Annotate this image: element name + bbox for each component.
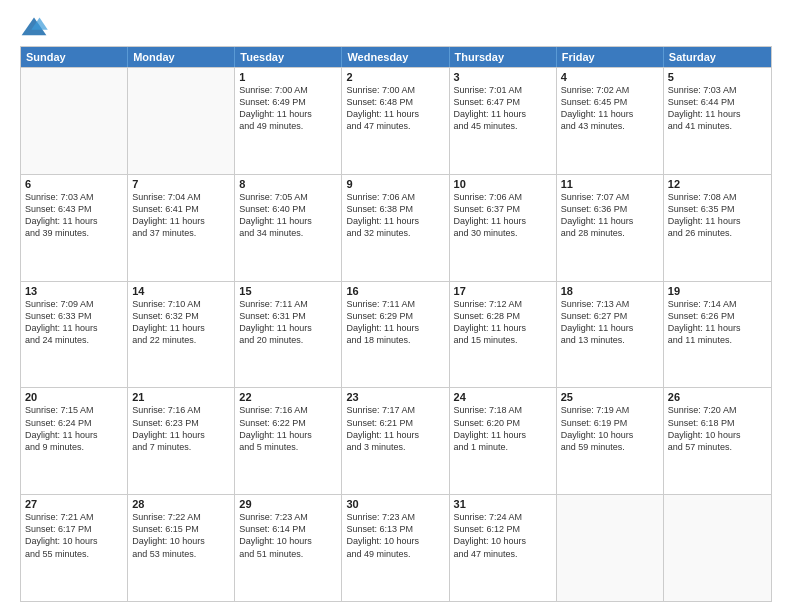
header [20, 16, 772, 38]
daylight-line1: Daylight: 10 hours [454, 535, 552, 547]
daylight-line1: Daylight: 11 hours [239, 429, 337, 441]
daylight-line1: Daylight: 11 hours [239, 322, 337, 334]
daylight-line2: and 20 minutes. [239, 334, 337, 346]
daylight-line2: and 59 minutes. [561, 441, 659, 453]
sunset: Sunset: 6:24 PM [25, 417, 123, 429]
daylight-line1: Daylight: 11 hours [132, 322, 230, 334]
cal-cell: 27Sunrise: 7:21 AMSunset: 6:17 PMDayligh… [21, 495, 128, 601]
calendar-body: 1Sunrise: 7:00 AMSunset: 6:49 PMDaylight… [21, 67, 771, 601]
sunrise: Sunrise: 7:23 AM [239, 511, 337, 523]
daylight-line1: Daylight: 11 hours [454, 429, 552, 441]
sunset: Sunset: 6:21 PM [346, 417, 444, 429]
sunrise: Sunrise: 7:00 AM [239, 84, 337, 96]
cal-cell: 8Sunrise: 7:05 AMSunset: 6:40 PMDaylight… [235, 175, 342, 281]
daylight-line2: and 37 minutes. [132, 227, 230, 239]
daylight-line2: and 15 minutes. [454, 334, 552, 346]
day-number: 30 [346, 498, 444, 510]
sunrise: Sunrise: 7:06 AM [454, 191, 552, 203]
day-number: 17 [454, 285, 552, 297]
sunrise: Sunrise: 7:16 AM [239, 404, 337, 416]
cal-cell: 4Sunrise: 7:02 AMSunset: 6:45 PMDaylight… [557, 68, 664, 174]
sunrise: Sunrise: 7:18 AM [454, 404, 552, 416]
daylight-line1: Daylight: 11 hours [346, 322, 444, 334]
sunrise: Sunrise: 7:22 AM [132, 511, 230, 523]
day-number: 4 [561, 71, 659, 83]
sunrise: Sunrise: 7:01 AM [454, 84, 552, 96]
daylight-line1: Daylight: 10 hours [668, 429, 767, 441]
cal-cell: 22Sunrise: 7:16 AMSunset: 6:22 PMDayligh… [235, 388, 342, 494]
daylight-line1: Daylight: 11 hours [454, 322, 552, 334]
cal-cell: 12Sunrise: 7:08 AMSunset: 6:35 PMDayligh… [664, 175, 771, 281]
sunset: Sunset: 6:32 PM [132, 310, 230, 322]
sunrise: Sunrise: 7:21 AM [25, 511, 123, 523]
cal-cell: 11Sunrise: 7:07 AMSunset: 6:36 PMDayligh… [557, 175, 664, 281]
daylight-line1: Daylight: 10 hours [25, 535, 123, 547]
cal-cell: 13Sunrise: 7:09 AMSunset: 6:33 PMDayligh… [21, 282, 128, 388]
cal-cell: 20Sunrise: 7:15 AMSunset: 6:24 PMDayligh… [21, 388, 128, 494]
cal-cell: 25Sunrise: 7:19 AMSunset: 6:19 PMDayligh… [557, 388, 664, 494]
sunrise: Sunrise: 7:20 AM [668, 404, 767, 416]
day-number: 6 [25, 178, 123, 190]
sunrise: Sunrise: 7:00 AM [346, 84, 444, 96]
cal-cell: 9Sunrise: 7:06 AMSunset: 6:38 PMDaylight… [342, 175, 449, 281]
daylight-line2: and 47 minutes. [346, 120, 444, 132]
day-number: 14 [132, 285, 230, 297]
day-number: 5 [668, 71, 767, 83]
cal-cell: 31Sunrise: 7:24 AMSunset: 6:12 PMDayligh… [450, 495, 557, 601]
daylight-line2: and 22 minutes. [132, 334, 230, 346]
day-number: 22 [239, 391, 337, 403]
logo [20, 16, 52, 38]
cal-cell: 21Sunrise: 7:16 AMSunset: 6:23 PMDayligh… [128, 388, 235, 494]
sunset: Sunset: 6:18 PM [668, 417, 767, 429]
cal-cell: 14Sunrise: 7:10 AMSunset: 6:32 PMDayligh… [128, 282, 235, 388]
sunset: Sunset: 6:12 PM [454, 523, 552, 535]
daylight-line1: Daylight: 11 hours [346, 429, 444, 441]
daylight-line2: and 49 minutes. [346, 548, 444, 560]
day-number: 16 [346, 285, 444, 297]
day-number: 18 [561, 285, 659, 297]
daylight-line1: Daylight: 11 hours [561, 108, 659, 120]
page: SundayMondayTuesdayWednesdayThursdayFrid… [0, 0, 792, 612]
cal-cell: 6Sunrise: 7:03 AMSunset: 6:43 PMDaylight… [21, 175, 128, 281]
cal-cell: 5Sunrise: 7:03 AMSunset: 6:44 PMDaylight… [664, 68, 771, 174]
sunrise: Sunrise: 7:10 AM [132, 298, 230, 310]
daylight-line2: and 30 minutes. [454, 227, 552, 239]
cal-cell: 26Sunrise: 7:20 AMSunset: 6:18 PMDayligh… [664, 388, 771, 494]
sunset: Sunset: 6:38 PM [346, 203, 444, 215]
day-number: 27 [25, 498, 123, 510]
sunrise: Sunrise: 7:16 AM [132, 404, 230, 416]
sunrise: Sunrise: 7:15 AM [25, 404, 123, 416]
daylight-line2: and 3 minutes. [346, 441, 444, 453]
daylight-line1: Daylight: 11 hours [346, 215, 444, 227]
daylight-line1: Daylight: 11 hours [239, 215, 337, 227]
cal-cell: 29Sunrise: 7:23 AMSunset: 6:14 PMDayligh… [235, 495, 342, 601]
sunset: Sunset: 6:29 PM [346, 310, 444, 322]
daylight-line2: and 51 minutes. [239, 548, 337, 560]
sunset: Sunset: 6:45 PM [561, 96, 659, 108]
daylight-line1: Daylight: 11 hours [132, 429, 230, 441]
week-row-5: 27Sunrise: 7:21 AMSunset: 6:17 PMDayligh… [21, 494, 771, 601]
cal-cell [664, 495, 771, 601]
daylight-line2: and 55 minutes. [25, 548, 123, 560]
daylight-line2: and 39 minutes. [25, 227, 123, 239]
daylight-line2: and 13 minutes. [561, 334, 659, 346]
sunset: Sunset: 6:17 PM [25, 523, 123, 535]
day-number: 28 [132, 498, 230, 510]
cal-cell [557, 495, 664, 601]
day-number: 11 [561, 178, 659, 190]
sunset: Sunset: 6:41 PM [132, 203, 230, 215]
daylight-line2: and 26 minutes. [668, 227, 767, 239]
sunset: Sunset: 6:26 PM [668, 310, 767, 322]
sunrise: Sunrise: 7:07 AM [561, 191, 659, 203]
sunset: Sunset: 6:47 PM [454, 96, 552, 108]
sunrise: Sunrise: 7:23 AM [346, 511, 444, 523]
sunrise: Sunrise: 7:09 AM [25, 298, 123, 310]
header-day-saturday: Saturday [664, 47, 771, 67]
cal-cell: 3Sunrise: 7:01 AMSunset: 6:47 PMDaylight… [450, 68, 557, 174]
daylight-line2: and 11 minutes. [668, 334, 767, 346]
daylight-line1: Daylight: 11 hours [668, 322, 767, 334]
daylight-line1: Daylight: 11 hours [668, 108, 767, 120]
daylight-line2: and 53 minutes. [132, 548, 230, 560]
sunrise: Sunrise: 7:02 AM [561, 84, 659, 96]
daylight-line1: Daylight: 11 hours [454, 108, 552, 120]
